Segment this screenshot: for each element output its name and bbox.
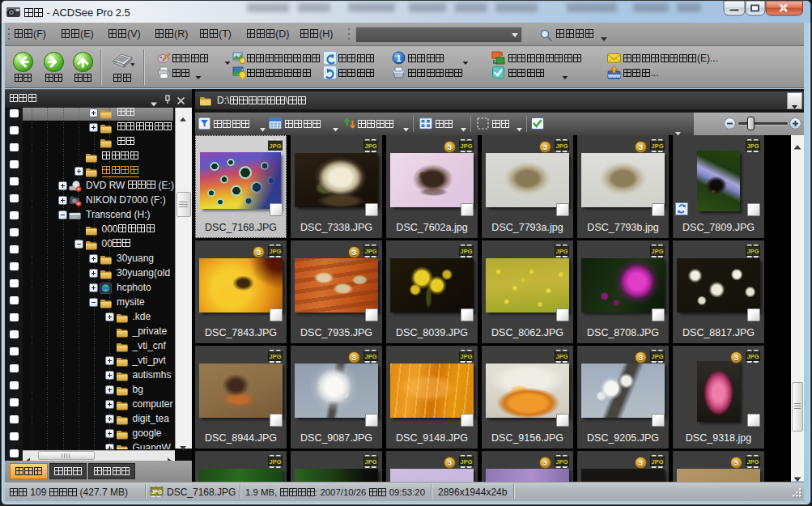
svg-text:JPG: JPG <box>269 248 281 255</box>
svg-text:JPG: JPG <box>269 458 281 466</box>
svg-text:JPG: JPG <box>151 489 162 495</box>
svg-text:JPG: JPG <box>651 353 663 360</box>
svg-text:JPG: JPG <box>460 142 472 150</box>
svg-text:JPG: JPG <box>555 353 568 360</box>
svg-text:JPG: JPG <box>746 458 759 466</box>
svg-text:JPG: JPG <box>460 458 472 466</box>
svg-text:JPG: JPG <box>460 353 472 360</box>
svg-text:JPG: JPG <box>364 142 376 150</box>
svg-text:JPG: JPG <box>364 248 376 255</box>
svg-text:JPG: JPG <box>746 353 759 360</box>
svg-text:JPG: JPG <box>555 458 568 466</box>
svg-text:JPG: JPG <box>651 458 663 466</box>
svg-text:JPG: JPG <box>269 142 281 150</box>
svg-text:JPG: JPG <box>364 353 376 360</box>
svg-text:1: 1 <box>396 53 401 63</box>
svg-text:JPG: JPG <box>651 142 663 150</box>
svg-text:JPG: JPG <box>460 248 472 255</box>
svg-text:JPG: JPG <box>651 248 663 255</box>
svg-text:JPG: JPG <box>746 248 759 255</box>
svg-text:JPG: JPG <box>269 353 281 360</box>
svg-text:www: www <box>607 73 621 79</box>
svg-text:JPG: JPG <box>364 458 376 466</box>
svg-text:JPG: JPG <box>746 142 759 150</box>
svg-text:JPG: JPG <box>555 142 568 150</box>
svg-text:JPG: JPG <box>555 248 568 255</box>
